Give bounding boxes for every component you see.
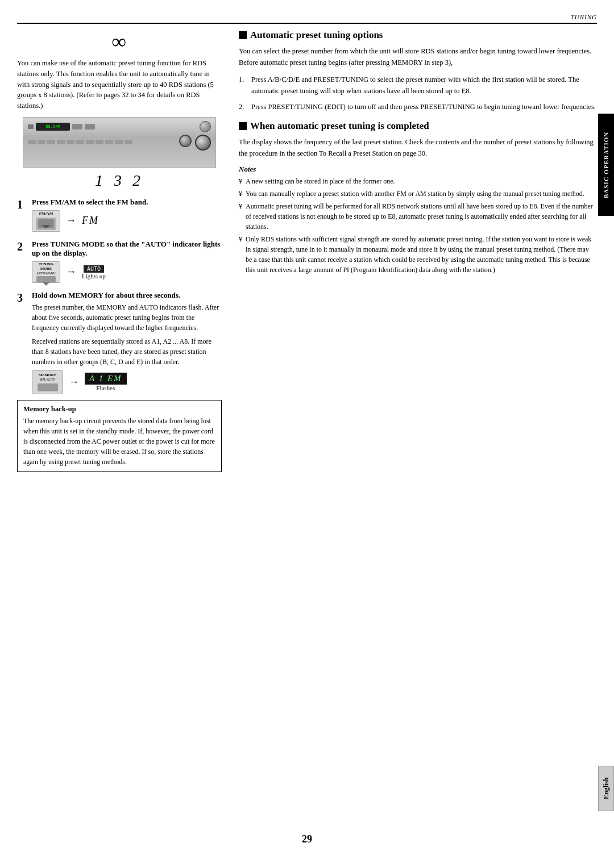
step2-lights-up: Lights up bbox=[82, 273, 106, 279]
step3-content: Hold down MEMORY for about three seconds… bbox=[32, 291, 222, 394]
section1-step2: 2. Press PRESET/TUNING (EDIT) to turn of… bbox=[239, 101, 597, 112]
device-small-btn10 bbox=[115, 140, 123, 144]
right-column: Automatic preset tuning options You can … bbox=[233, 30, 597, 472]
step3-icon-label: MEMORY bbox=[39, 373, 56, 377]
english-tab: English bbox=[598, 766, 614, 811]
note-item-1-text: A new setting can be stored in place of … bbox=[246, 177, 395, 185]
section1-step1-text: Press A/B/C/D/E and PRESET/TUNING to sel… bbox=[251, 74, 597, 97]
section1-title: Automatic preset tuning options bbox=[239, 30, 597, 41]
note-item-3-text: Automatic preset tuning will be performe… bbox=[246, 202, 593, 231]
step3-num: 3 bbox=[17, 291, 27, 304]
step1-button-graphic bbox=[36, 218, 56, 230]
number-display: 1 3 2 bbox=[17, 172, 222, 190]
step1-title: Press FM/AM to select the FM band. bbox=[32, 198, 222, 207]
step1-row: 1 Press FM/AM to select the FM band. FM/… bbox=[17, 198, 222, 234]
device-knob1 bbox=[200, 121, 211, 132]
step3-display: A 1 EM bbox=[85, 373, 127, 385]
step3-desc: The preset number, the MEMORY and AUTO i… bbox=[32, 302, 222, 333]
step1-icon-label: FM/AM bbox=[39, 211, 53, 216]
top-border: TUNING bbox=[17, 23, 597, 24]
section2-title: When automatic preset tuning is complete… bbox=[239, 120, 597, 132]
note-item-4-text: Only RDS stations with sufficient signal… bbox=[246, 235, 591, 274]
tuning-label: TUNING bbox=[571, 14, 597, 20]
device-btn1 bbox=[72, 124, 82, 130]
step3-flashes-label: Flashes bbox=[96, 385, 115, 391]
device-small-btn4 bbox=[57, 140, 65, 144]
step2-result: AUTO Lights up bbox=[82, 264, 106, 279]
device-btn-logo bbox=[28, 124, 34, 129]
step2-arrow: → bbox=[66, 266, 76, 278]
device-knob2 bbox=[179, 135, 192, 147]
section2-square bbox=[239, 122, 247, 130]
device-knob3 bbox=[195, 135, 211, 151]
memory-box-text: The memory back-up circuit prevents the … bbox=[23, 416, 215, 467]
page-number: 29 bbox=[302, 833, 312, 845]
step1-btn-inner bbox=[38, 219, 54, 228]
note-item-2-text: You can manually replace a preset statio… bbox=[246, 190, 584, 198]
step2-diagram: TUNINGMODE AUTO/MANU → AUTO Lights up bbox=[32, 261, 222, 283]
basic-operation-label: BASIC OPERATION bbox=[603, 131, 609, 198]
memory-box: Memory back-up The memory back-up circui… bbox=[17, 400, 222, 472]
notes-list: A new setting can be stored in place of … bbox=[239, 176, 597, 275]
notes-title: Notes bbox=[239, 165, 597, 174]
english-label: English bbox=[602, 778, 611, 800]
step2-title: Press TUNING MODE so that the "AUTO" ind… bbox=[32, 240, 222, 258]
intro-text: You can make use of the automatic preset… bbox=[17, 58, 222, 111]
step1-arrow: → bbox=[66, 215, 76, 227]
step2-section: 2 Press TUNING MODE so that the "AUTO" i… bbox=[17, 240, 222, 285]
section1-step1-num: 1. bbox=[239, 74, 248, 97]
step3-diagram: MEMORY MPL/AUTO → A 1 EM Flashes bbox=[32, 370, 222, 394]
step3-title: Hold down MEMORY for about three seconds… bbox=[32, 291, 222, 300]
left-column: ∞ You can make use of the automatic pres… bbox=[17, 30, 233, 472]
step2-content: Press TUNING MODE so that the "AUTO" ind… bbox=[32, 240, 222, 285]
step1-diagram: FM/AM → FM bbox=[32, 210, 222, 232]
note-item-2: You can manually replace a preset statio… bbox=[239, 189, 597, 199]
step3-section: 3 Hold down MEMORY for about three secon… bbox=[17, 291, 222, 394]
step2-auto-display: AUTO bbox=[84, 265, 104, 273]
memory-box-title: Memory back-up bbox=[23, 405, 215, 414]
main-layout: ∞ You can make use of the automatic pres… bbox=[17, 24, 597, 472]
step3-desc2: Received stations are sequentially store… bbox=[32, 336, 222, 367]
step1-section: 1 Press FM/AM to select the FM band. FM/… bbox=[17, 198, 222, 234]
step1-icon: FM/AM bbox=[32, 210, 60, 232]
section1-step2-num: 2. bbox=[239, 101, 248, 112]
section1-intro: You can select the preset number from wh… bbox=[239, 45, 597, 68]
step2-btn-graphic bbox=[36, 276, 56, 282]
note-item-4: Only RDS stations with sufficient signal… bbox=[239, 234, 597, 275]
step3-icon-sub: MPL/AUTO bbox=[39, 378, 55, 381]
note-item-3: Automatic preset tuning will be performe… bbox=[239, 201, 597, 232]
step1-content: Press FM/AM to select the FM band. FM/AM bbox=[32, 198, 222, 234]
step2-arrow-down bbox=[43, 282, 49, 286]
device-small-btn6 bbox=[76, 140, 84, 144]
step3-btn-graphic bbox=[38, 383, 58, 391]
section2-intro: The display shows the frequency of the l… bbox=[239, 136, 597, 159]
section1-square bbox=[239, 31, 247, 39]
note-item-1: A new setting can be stored in place of … bbox=[239, 176, 597, 186]
device-small-btn8 bbox=[96, 140, 103, 144]
device-image: 88.5FM bbox=[23, 117, 216, 168]
device-small-btn9 bbox=[105, 140, 113, 144]
device-image-inner: 88.5FM bbox=[23, 118, 215, 168]
step1-arrow-down bbox=[42, 225, 51, 228]
device-display: 88.5FM bbox=[36, 123, 70, 131]
device-small-btn11 bbox=[125, 140, 132, 144]
section1-title-text: Automatic preset tuning options bbox=[250, 30, 383, 41]
step3-row: 3 Hold down MEMORY for about three secon… bbox=[17, 291, 222, 394]
step2-row: 2 Press TUNING MODE so that the "AUTO" i… bbox=[17, 240, 222, 285]
device-row2 bbox=[23, 133, 215, 152]
notes-box: Notes A new setting can be stored in pla… bbox=[239, 165, 597, 275]
basic-operation-tab: BASIC OPERATION bbox=[598, 114, 614, 216]
step3-arrow: → bbox=[69, 376, 79, 388]
device-small-btn7 bbox=[86, 140, 94, 144]
section1-step1: 1. Press A/B/C/D/E and PRESET/TUNING to … bbox=[239, 74, 597, 97]
section1-step2-text: Press PRESET/TUNING (EDIT) to turn off a… bbox=[251, 101, 597, 112]
step3-result: A 1 EM Flashes bbox=[85, 373, 127, 391]
device-row1: 88.5FM bbox=[23, 118, 215, 133]
step2-num: 2 bbox=[17, 240, 27, 253]
device-small-btn2 bbox=[38, 140, 45, 144]
section2-title-text: When automatic preset tuning is complete… bbox=[250, 120, 429, 132]
step2-icon-sub: AUTO/MANU bbox=[36, 272, 56, 275]
step2-icon: TUNINGMODE AUTO/MANU bbox=[32, 261, 60, 283]
device-small-btn1 bbox=[28, 140, 36, 144]
device-display-text: 88.5FM bbox=[45, 124, 60, 129]
